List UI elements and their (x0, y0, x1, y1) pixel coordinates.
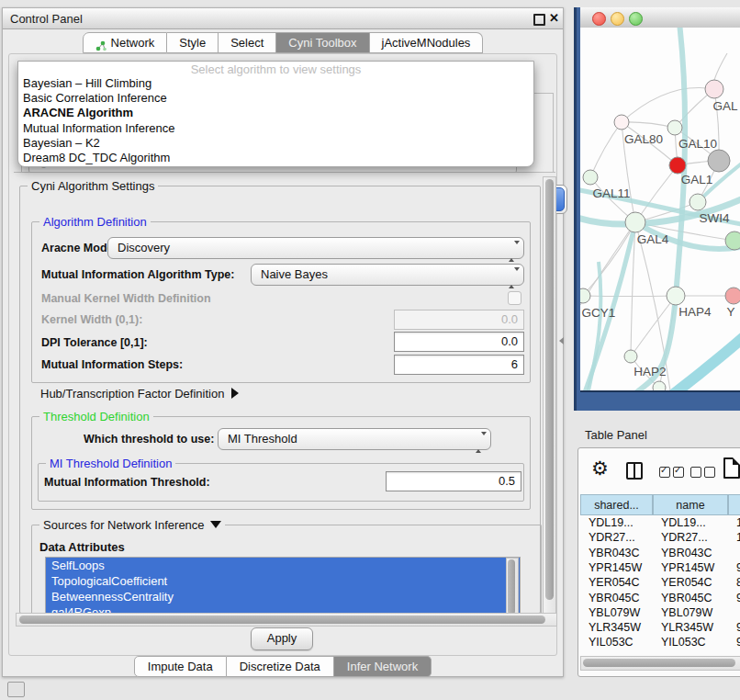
settings-vscrollbar-thumb[interactable] (545, 179, 554, 600)
table-row[interactable]: YIL053CYIL053C9. (580, 635, 740, 649)
tab-discretize-data[interactable]: Discretize Data (227, 656, 334, 677)
network-node-gal80[interactable] (614, 115, 629, 130)
attributes-scrollbar-thumb[interactable] (508, 559, 515, 615)
dpi-tolerance-field[interactable]: 0.0 (394, 332, 524, 352)
aracne-mode-value: Discovery (108, 241, 170, 254)
network-edge[interactable] (590, 122, 622, 177)
collapse-down-icon[interactable] (210, 521, 221, 528)
network-node-label: GAL11 (592, 186, 630, 200)
table-cell: YBR043C (653, 546, 728, 560)
table-horizontal-scrollbar[interactable] (580, 656, 740, 671)
table-rows: YDL19...YDL19...13YDR27...YDR27...12YBR0… (580, 515, 740, 655)
columns-icon[interactable] (626, 462, 643, 480)
network-node-label: HAP4 (678, 305, 712, 319)
panel-divider-handle[interactable] (559, 337, 564, 344)
table-hscrollbar-thumb[interactable] (583, 659, 735, 667)
attribute-item-topologicalcoefficient[interactable]: TopologicalCoefficient (46, 573, 520, 589)
network-node-label: GAL (712, 99, 738, 113)
attribute-item-selfloops[interactable]: SelfLoops (46, 558, 520, 573)
close-button[interactable] (592, 12, 606, 26)
network-node-gal1[interactable] (669, 157, 686, 174)
network-canvas[interactable]: GALGAL80GAL10GAL1GAL11SWI4GAL4GCY1HAP4YH… (580, 28, 740, 391)
hub-definition-section[interactable]: Hub/Transcription Factor Definition (40, 387, 239, 401)
table-cell: YBL079W (653, 605, 728, 620)
close-icon[interactable]: ✕ (549, 11, 559, 25)
table-cell: YIL053C (653, 635, 728, 649)
network-node-y[interactable] (725, 288, 740, 304)
dropdown-item-bayesian-hill-climbing[interactable]: Bayesian – Hill Climbing (18, 76, 533, 91)
mi-steps-field[interactable]: 6 (394, 355, 524, 375)
network-node[interactable] (725, 231, 740, 250)
network-node-gal[interactable] (705, 80, 723, 98)
table-row[interactable]: YPR145WYPR145W9. (580, 560, 740, 575)
aracne-mode-combobox[interactable]: Discovery (107, 237, 524, 259)
network-node[interactable] (708, 150, 730, 172)
network-node-gcy1[interactable] (580, 288, 590, 303)
column-header-name[interactable]: name (653, 494, 728, 515)
network-node-hap2[interactable] (624, 350, 637, 363)
minimize-button[interactable] (611, 12, 624, 26)
zoom-button[interactable] (629, 12, 643, 26)
table-row[interactable]: YDR27...YDR27...12 (580, 530, 740, 545)
combo-arrows-icon (509, 268, 516, 288)
manual-kernel-width-checkbox[interactable] (508, 291, 521, 305)
dropdown-item-list: Bayesian – Hill ClimbingBasic Correlatio… (18, 76, 533, 165)
tab-label: Network (111, 33, 155, 52)
network-node-gal4[interactable] (625, 212, 645, 232)
cyni-settings-legend: Cyni Algorithm Settings (28, 179, 158, 193)
tab-select[interactable]: Select (219, 32, 276, 53)
expand-right-icon[interactable] (231, 388, 239, 399)
table-row[interactable]: YBR043CYBR043C (580, 546, 740, 560)
column-header-shared[interactable]: shared... (580, 494, 653, 515)
network-node-hap4[interactable] (667, 287, 685, 305)
network-edge-thick[interactable] (670, 331, 740, 391)
network-window-titlebar[interactable] (580, 7, 740, 28)
tab-style[interactable]: Style (167, 32, 219, 53)
dropdown-item-dream8-dc-tdc-algorithm[interactable]: Dream8 DC_TDC Algorithm (18, 151, 533, 165)
table-cell: YBL079W (580, 605, 653, 620)
apply-button[interactable]: Apply (251, 627, 313, 650)
dropdown-item-aracne-algorithm[interactable]: ARACNE Algorithm (18, 106, 533, 120)
table-row[interactable]: YBR045CYBR045C9. (580, 591, 740, 605)
attribute-item-betweennesscentrality[interactable]: BetweennessCentrality (46, 589, 520, 604)
mi-threshold-field[interactable]: 0.5 (386, 471, 521, 491)
table-row[interactable]: YDL19...YDL19...13 (580, 515, 740, 530)
settings-hscrollbar-thumb[interactable] (19, 615, 545, 624)
settings-horizontal-scrollbar[interactable] (16, 613, 557, 627)
gear-icon[interactable]: ⚙ (591, 458, 609, 479)
tab-infer-network[interactable]: Infer Network (334, 656, 432, 677)
tab-network[interactable]: Network (83, 32, 168, 53)
deselect-all-icon[interactable] (690, 467, 715, 478)
select-all-icon[interactable] (659, 467, 684, 478)
column-header-a[interactable]: A (728, 494, 740, 515)
network-edge[interactable] (622, 88, 714, 123)
dropdown-item-basic-correlation-inference[interactable]: Basic Correlation Inference (18, 91, 533, 106)
panel-grip[interactable] (7, 682, 25, 697)
table-row[interactable]: YBL079WYBL079W (580, 605, 740, 620)
tab-jactivemnodules[interactable]: jActiveMNodules (370, 32, 484, 53)
float-window-icon[interactable] (533, 14, 545, 26)
network-edge[interactable] (583, 296, 676, 297)
which-threshold-combobox[interactable]: MI Threshold (218, 428, 491, 450)
network-node-swi4[interactable] (690, 194, 706, 210)
control-panel-titlebar[interactable]: Control Panel ✕ (3, 8, 563, 29)
dropdown-item-bayesian-k2[interactable]: Bayesian – K2 (18, 136, 533, 151)
dropdown-item-mutual-information-inference[interactable]: Mutual Information Inference (18, 121, 533, 136)
algorithm-definition-legend: Algorithm Definition (39, 215, 151, 229)
import-table-icon[interactable] (723, 457, 740, 479)
table-row[interactable]: YER054CYER054C8. (580, 575, 740, 590)
network-edge[interactable] (635, 165, 678, 222)
network-edge[interactable] (714, 53, 727, 80)
mi-algorithm-type-combobox[interactable]: Naive Bayes (251, 264, 524, 286)
network-node-gal11[interactable] (583, 170, 598, 185)
table-cell: YDL19... (653, 515, 728, 530)
settings-vertical-scrollbar[interactable] (543, 176, 556, 614)
mi-steps-label: Mutual Information Steps: (41, 358, 183, 371)
table-cell: 12 (728, 530, 740, 545)
network-node-gal10[interactable] (667, 120, 682, 135)
table-row[interactable]: YLR345WYLR345W9. (580, 620, 740, 635)
tab-impute-data[interactable]: Impute Data (134, 656, 227, 677)
kernel-width-field[interactable]: 0.0 (394, 310, 524, 330)
tab-cyni-toolbox[interactable]: Cyni Toolbox (276, 32, 369, 53)
network-edge[interactable] (622, 122, 675, 128)
